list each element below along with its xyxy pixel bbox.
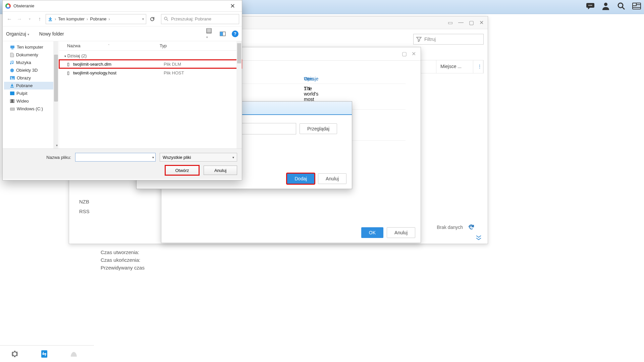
svg-rect-8 [637, 3, 640, 4]
no-data-label: Brak danych [437, 225, 463, 230]
close-icon[interactable]: ✕ [226, 2, 239, 10]
svg-rect-10 [633, 6, 640, 7]
new-folder-button[interactable]: Nowy folder [39, 31, 64, 37]
svg-rect-22 [10, 46, 14, 48]
list-item[interactable]: ▯ twojlimit-synology.host Plik HOST [59, 68, 242, 77]
maximize-icon[interactable]: ▢ [469, 19, 474, 26]
pin-icon[interactable]: ▭ [448, 19, 453, 26]
sidebar-item-nzb[interactable]: NZB [79, 197, 140, 206]
cancel-button[interactable]: Anuluj [204, 166, 237, 175]
tree-drive-c[interactable]: Windows (C:) [4, 105, 57, 113]
sidebar-item-rss[interactable]: RSS [79, 206, 140, 216]
file-icon: ▯ [65, 70, 71, 75]
svg-rect-31 [13, 100, 14, 100]
dialog-title: Otwieranie [13, 3, 34, 8]
transfer-icon[interactable] [30, 346, 59, 362]
back-icon[interactable]: ← [5, 15, 13, 23]
svg-point-4 [618, 3, 623, 8]
filename-label: Nazwa pliku: [7, 155, 71, 160]
svg-rect-7 [633, 3, 636, 5]
svg-rect-9 [637, 5, 640, 6]
col-type[interactable]: Typ [160, 43, 242, 48]
emule-icon[interactable] [59, 346, 89, 362]
up-icon[interactable]: ↑ [36, 15, 44, 23]
filter-icon [416, 37, 422, 42]
cancel-button[interactable]: Anuluj [318, 173, 346, 184]
svg-point-2 [591, 5, 592, 6]
folder-tree[interactable]: Ten komputer Dokumenty Muzyka Obiekty 3D… [3, 41, 59, 148]
created-label: Czas utworzenia: [101, 249, 145, 255]
filename-input[interactable]: ▾ [75, 153, 156, 162]
tree-desktop[interactable]: Pulpit [4, 89, 57, 97]
svg-point-25 [11, 77, 12, 78]
bottom-bar [0, 345, 94, 362]
col-ver[interactable]: Wersje [304, 76, 344, 81]
forward-icon[interactable]: → [15, 15, 23, 23]
list-item[interactable]: ▯ twojlimit-search.dlm Plik DLM [59, 60, 242, 68]
chevron-down-icon[interactable]: ▾ [142, 17, 144, 21]
file-list: Nazwa ˆ Typ ▾ Dzisiaj (2) ▯ twojlimit-se… [59, 41, 242, 148]
ds-sidebar: NZB RSS [79, 197, 140, 216]
svg-rect-30 [10, 102, 11, 102]
breadcrumb[interactable]: › Ten komputer › Pobrane › ▾ [46, 14, 146, 24]
svg-rect-28 [10, 100, 11, 100]
svg-rect-21 [220, 32, 223, 36]
details-panel: Czas utworzenia: Czas ukończenia: Przewi… [101, 247, 145, 273]
svg-line-5 [622, 7, 625, 9]
svg-rect-29 [10, 101, 11, 101]
svg-line-14 [167, 19, 168, 21]
tree-3d[interactable]: Obiekty 3D [4, 66, 57, 74]
view-mode-icon[interactable]: ▾ [206, 28, 214, 40]
help-icon[interactable]: ? [232, 31, 238, 37]
close-icon[interactable]: ✕ [479, 19, 484, 26]
minimize-icon[interactable]: — [458, 19, 464, 26]
svg-point-13 [164, 17, 167, 20]
finished-label: Czas ukończenia: [101, 257, 145, 263]
search-icon[interactable] [616, 1, 626, 11]
tree-this-pc[interactable]: Ten komputer [4, 43, 57, 51]
tree-video[interactable]: Wideo [4, 97, 57, 105]
cancel-button[interactable]: Anuluj [387, 227, 415, 238]
tree-downloads[interactable]: Pobrane [4, 82, 57, 89]
restore-icon[interactable]: ▢ [402, 51, 407, 57]
col-name[interactable]: Nazwa ˆ [59, 43, 160, 48]
tree-images[interactable]: Obrazy [4, 74, 57, 82]
file-open-dialog: Otwieranie ✕ ← → ▾ ↑ › Ten komputer › Po… [2, 0, 242, 180]
svg-rect-26 [10, 92, 14, 95]
list-group[interactable]: ▾ Dzisiaj (2) [59, 51, 242, 60]
col-menu-icon[interactable]: ⋮ [473, 60, 483, 73]
filter-input[interactable]: Filtruj [413, 34, 484, 45]
chat-icon[interactable] [586, 1, 595, 11]
download-arrow-icon [48, 17, 53, 21]
ok-button[interactable]: OK [361, 227, 383, 238]
refresh-icon[interactable] [148, 15, 156, 23]
history-dropdown-icon[interactable]: ▾ [25, 15, 34, 23]
expand-down-icon[interactable] [476, 235, 482, 240]
tree-documents[interactable]: Dokumenty [4, 51, 57, 59]
svg-rect-11 [633, 8, 640, 9]
svg-point-3 [604, 3, 607, 6]
svg-point-0 [589, 5, 590, 6]
user-icon[interactable] [601, 1, 610, 11]
dashboard-icon[interactable] [632, 1, 641, 11]
settings-gear-icon[interactable] [0, 346, 30, 362]
preview-pane-icon[interactable] [220, 32, 226, 36]
chevron-down-icon[interactable]: ▾ [56, 143, 58, 147]
filetype-select[interactable]: Wszystkie pliki▾ [160, 153, 237, 162]
open-button[interactable]: Otwórz [165, 166, 199, 175]
col-place[interactable]: Miejsce ... [436, 60, 473, 73]
search-input[interactable]: Przeszukaj: Pobrane [161, 14, 239, 24]
svg-rect-23 [11, 49, 13, 49]
refresh-icon[interactable] [468, 224, 474, 230]
svg-point-1 [590, 5, 591, 6]
scrollbar-thumb[interactable] [237, 43, 241, 63]
chrome-icon [5, 3, 11, 9]
svg-rect-33 [13, 102, 14, 102]
tree-music[interactable]: Muzyka [4, 59, 57, 66]
eta-label: Przewidywany czas [101, 265, 145, 270]
browse-button[interactable]: Przeglądaj [300, 123, 337, 134]
organize-menu[interactable]: Organizuj ▾ [6, 31, 29, 37]
add-button[interactable]: Dodaj [287, 173, 315, 184]
close-icon[interactable]: ✕ [412, 51, 416, 57]
scrollbar-thumb[interactable] [54, 55, 58, 102]
